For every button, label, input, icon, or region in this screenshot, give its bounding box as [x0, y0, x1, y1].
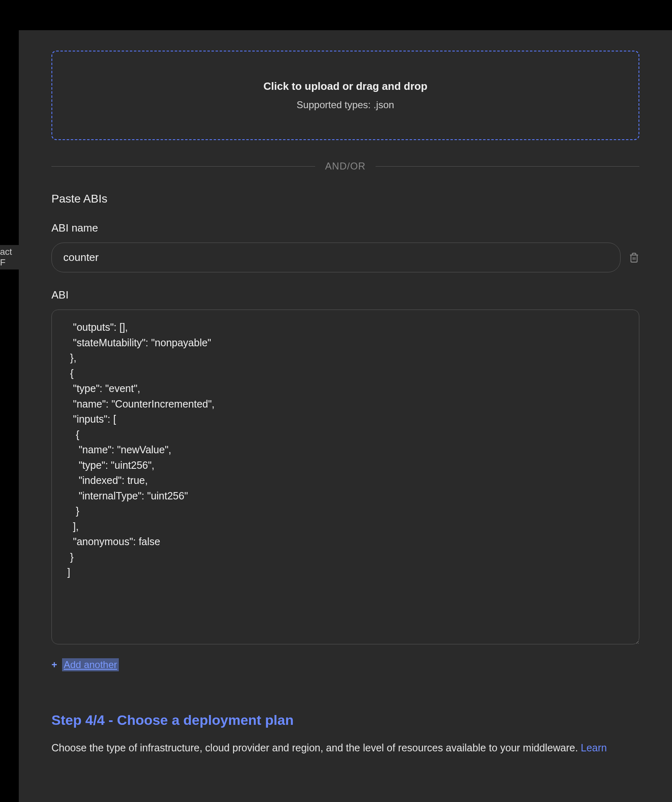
abi-name-input[interactable] — [51, 243, 621, 272]
divider: AND/OR — [51, 160, 639, 172]
upload-title: Click to upload or drag and drop — [60, 80, 630, 93]
divider-text: AND/OR — [315, 160, 375, 172]
divider-line-right — [376, 166, 639, 167]
abi-textarea[interactable] — [51, 310, 639, 644]
abi-name-label: ABI name — [51, 222, 639, 234]
abi-label: ABI — [51, 289, 639, 301]
main-content: Click to upload or drag and drop Support… — [19, 0, 672, 802]
abi-name-row — [51, 243, 639, 272]
trash-icon[interactable] — [629, 252, 639, 263]
sidebar-fragment: act F — [0, 245, 19, 270]
add-another-button[interactable]: + Add another — [51, 658, 119, 671]
paste-abis-title: Paste ABIs — [51, 192, 639, 205]
step-4-heading: Step 4/4 - Choose a deployment plan — [51, 712, 639, 728]
upload-dropzone[interactable]: Click to upload or drag and drop Support… — [51, 51, 639, 140]
top-bar — [19, 0, 672, 30]
learn-link[interactable]: Learn — [581, 742, 607, 753]
sidebar-partial-text: act F — [0, 247, 17, 268]
step-4-description: Choose the type of infrastructure, cloud… — [51, 740, 639, 756]
add-another-label: Add another — [62, 658, 119, 671]
divider-line-left — [51, 166, 315, 167]
upload-subtitle: Supported types: .json — [60, 99, 630, 111]
plus-icon: + — [51, 659, 57, 671]
step-4-description-text: Choose the type of infrastructure, cloud… — [51, 742, 581, 753]
